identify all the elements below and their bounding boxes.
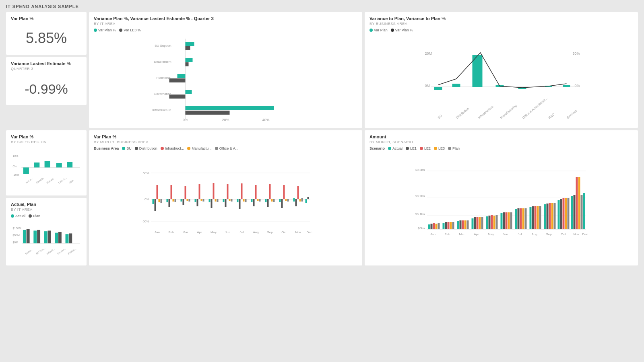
svg-text:$0.1bn: $0.1bn [415, 212, 425, 216]
svg-text:Services: Services [566, 109, 578, 120]
svg-rect-172 [479, 217, 481, 229]
svg-rect-190 [532, 206, 534, 229]
svg-text:Mar: Mar [459, 232, 465, 236]
svg-rect-186 [520, 208, 522, 229]
svg-rect-87 [181, 199, 182, 202]
svg-text:Mar: Mar [183, 230, 188, 234]
var-plan-month-subtitle: BY MONTH, BUSINESS AREA [94, 140, 357, 144]
svg-text:0%: 0% [144, 197, 149, 201]
svg-text:Office & Administrati...: Office & Administrati... [522, 97, 548, 119]
amount-legend: Scenario Actual LE1 LE2 LE3 Plan [369, 146, 633, 150]
svg-rect-163 [452, 222, 454, 229]
svg-rect-86 [175, 199, 176, 202]
svg-rect-184 [515, 209, 517, 229]
svg-rect-18 [186, 111, 230, 115]
svg-rect-179 [501, 213, 503, 229]
svg-rect-63 [58, 232, 62, 243]
svg-rect-95 [201, 199, 202, 201]
svg-rect-106 [231, 199, 233, 202]
var-lastest-estimate-value: -0.99% [11, 73, 82, 101]
svg-rect-80 [159, 199, 160, 202]
amount-chart: $0.3bn $0.2bn $0.1bn $0bn [369, 153, 633, 246]
svg-rect-127 [293, 198, 295, 202]
svg-rect-84 [171, 185, 172, 199]
svg-rect-15 [186, 90, 192, 94]
svg-rect-187 [522, 208, 524, 229]
svg-rect-200 [560, 199, 562, 229]
svg-rect-100 [215, 199, 217, 202]
svg-rect-122 [279, 199, 281, 202]
svg-rect-157 [436, 224, 438, 229]
svg-text:Dec: Dec [306, 230, 312, 234]
var-plan-month-chart: 50% 0% -50% [94, 153, 357, 246]
svg-rect-43 [34, 162, 39, 167]
svg-text:10%: 10% [12, 154, 18, 157]
svg-rect-42 [23, 167, 29, 174]
svg-rect-113 [253, 199, 255, 206]
svg-rect-78 [155, 199, 156, 211]
svg-rect-108 [239, 199, 241, 209]
svg-text:Infrastr...: Infrastr... [46, 247, 56, 255]
svg-rect-193 [539, 206, 541, 229]
svg-rect-197 [551, 203, 553, 229]
actual-plan-chart: $100M $50M $0M [11, 220, 82, 261]
svg-rect-81 [161, 199, 162, 203]
svg-rect-31 [434, 87, 442, 90]
variance-to-plan-legend: Var Plan Var Plan % [369, 28, 633, 32]
svg-text:Feb: Feb [169, 230, 174, 234]
var-lastest-estimate-subtitle: QUARTER 3 [11, 67, 82, 71]
svg-rect-11 [186, 58, 193, 62]
svg-text:0%: 0% [183, 118, 188, 122]
svg-rect-169 [472, 218, 474, 229]
variance-to-plan-chart: 20M 0M 50% 0% BU Distribution Infrastruc… [369, 35, 633, 124]
svg-text:$50M: $50M [12, 234, 20, 237]
svg-text:USA: USA [68, 179, 74, 184]
svg-rect-109 [241, 183, 243, 199]
actual-plan-legend: Actual Plan [11, 214, 82, 218]
svg-rect-180 [503, 212, 505, 229]
svg-rect-188 [525, 208, 527, 229]
page-title: IT SPEND ANALYSIS SAMPLE [6, 4, 638, 9]
svg-rect-183 [510, 212, 512, 229]
svg-rect-93 [197, 199, 198, 206]
svg-rect-56 [23, 230, 26, 243]
svg-text:-50%: -50% [142, 220, 149, 223]
svg-text:Oct: Oct [561, 232, 566, 236]
svg-rect-112 [251, 199, 253, 202]
svg-text:20%: 20% [222, 118, 229, 122]
svg-text:Jun: Jun [225, 230, 230, 234]
svg-rect-129 [297, 186, 299, 199]
svg-rect-123 [281, 199, 283, 208]
svg-rect-178 [496, 215, 498, 229]
svg-rect-44 [45, 161, 50, 168]
svg-text:40%: 40% [262, 118, 269, 122]
var-plan-pct-title: Var Plan % [11, 16, 82, 21]
svg-rect-90 [187, 199, 188, 201]
svg-rect-57 [27, 229, 30, 243]
svg-rect-202 [565, 198, 567, 229]
svg-rect-185 [518, 208, 520, 229]
left-column: Var Plan % 5.85% Variance Lastest Estima… [6, 12, 87, 128]
svg-rect-166 [462, 220, 464, 229]
svg-text:Aug: Aug [531, 232, 537, 236]
svg-rect-124 [283, 185, 285, 199]
variance-to-plan-subtitle: BY BUSINESS AREA [369, 22, 633, 26]
svg-rect-204 [571, 196, 573, 229]
svg-rect-103 [225, 199, 227, 207]
svg-text:-10%: -10% [12, 173, 19, 176]
svg-text:Enablement: Enablement [154, 60, 171, 64]
svg-rect-125 [285, 199, 287, 201]
svg-rect-61 [48, 230, 51, 243]
svg-rect-198 [554, 203, 556, 229]
svg-rect-82 [167, 199, 168, 202]
svg-rect-116 [259, 199, 261, 202]
svg-rect-196 [549, 203, 551, 229]
svg-rect-79 [157, 185, 158, 199]
variance-to-plan-title: Variance to Plan, Variance to Plan % [369, 16, 633, 21]
svg-text:Oct: Oct [281, 230, 287, 234]
var-plan-month-legend: Business Area BU Distribution Infrastruc… [94, 146, 357, 150]
svg-text:Nov: Nov [573, 232, 579, 236]
svg-rect-156 [433, 223, 435, 229]
svg-rect-132 [305, 199, 307, 203]
svg-rect-17 [186, 106, 274, 110]
